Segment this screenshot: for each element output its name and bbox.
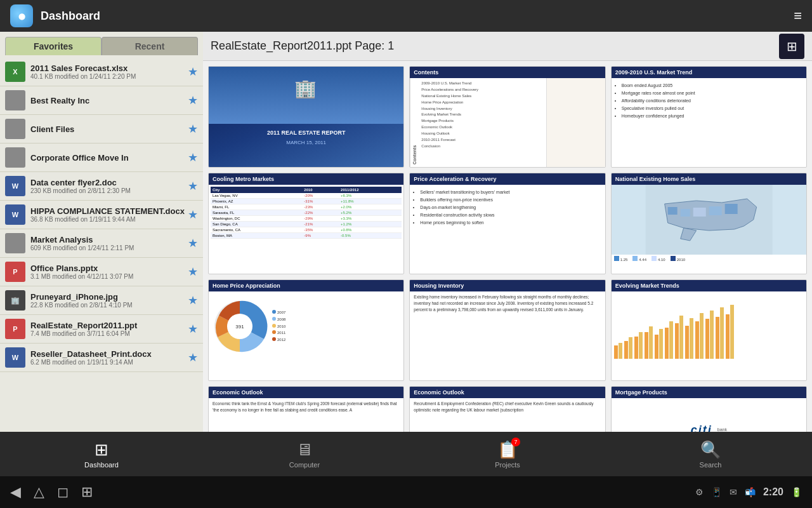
file-type-icon: W xyxy=(5,204,25,225)
grid-button[interactable]: ⊞ xyxy=(81,484,93,500)
sidebar-item[interactable]: 🏢Pruneyard_iPhone.jpg22.8 KB modified on… xyxy=(0,286,203,315)
sidebar: Favorites Recent X2011 Sales Forecast.xl… xyxy=(0,32,203,476)
star-icon[interactable]: ★ xyxy=(188,122,198,136)
topbar: Dashboard ≡ xyxy=(0,0,812,32)
star-icon[interactable]: ★ xyxy=(188,351,198,364)
file-name: Corporate Office Move In xyxy=(30,153,185,163)
svg-rect-4 xyxy=(709,206,721,215)
tab-favorites[interactable]: Favorites xyxy=(5,37,102,55)
svg-rect-3 xyxy=(693,208,705,217)
app-icon xyxy=(10,4,33,27)
nav-item-search[interactable]: 🔍Search xyxy=(609,440,812,469)
slide-thumbnail[interactable]: 2009-2010 U.S. Market Trend Boom ended A… xyxy=(611,66,807,168)
sidebar-item[interactable]: Best Realty Inc★ xyxy=(0,86,203,115)
nav-item-dashboard[interactable]: ⊞Dashboard xyxy=(0,440,203,469)
slide-thumbnail[interactable]: 🏢 2011 REAL ESTATE REPORT MARCH 15, 2011 xyxy=(208,66,404,168)
file-info: Client Files xyxy=(30,124,185,134)
slide-thumbnail[interactable]: Home Price Appreciation 391 2007 2008 xyxy=(208,279,404,381)
recents-button[interactable]: ◻ xyxy=(57,484,69,500)
sys-mail2: 📬 xyxy=(745,487,756,497)
file-type-icon: W xyxy=(5,176,25,196)
sidebar-item[interactable]: Market Analysis609 KB modified on 1/24/1… xyxy=(0,229,203,258)
file-info: RealEstate_Report2011.ppt7.4 MB modified… xyxy=(30,321,185,337)
sidebar-item[interactable]: POffice Plans.pptx3.1 MB modified on 4/1… xyxy=(0,258,203,286)
sidebar-item[interactable]: WReseller_Datasheet_Print.docx6.2 MB mod… xyxy=(0,344,203,372)
svg-rect-1 xyxy=(667,207,677,215)
file-meta: 36.8 KB modified on 1/19/11 9:44 AM xyxy=(30,216,185,223)
file-name: HIPPA COMPLIANCE STATEMENT.docx xyxy=(30,206,185,216)
file-meta: 40.1 KB modified on 1/24/11 2:20 PM xyxy=(30,73,185,80)
sidebar-item[interactable]: Client Files★ xyxy=(0,115,203,144)
star-icon[interactable]: ★ xyxy=(188,236,198,250)
slide-thumbnail[interactable]: Evolving Market Trends xyxy=(611,279,807,381)
sidebar-item[interactable]: WHIPPA COMPLIANCE STATEMENT.docx36.8 KB … xyxy=(0,201,203,229)
file-name: Market Analysis xyxy=(30,235,185,244)
notification-badge: 7 xyxy=(511,438,520,446)
file-meta: 7.4 MB modified on 3/7/11 6:04 PM xyxy=(30,330,185,337)
slide-thumbnail[interactable]: National Existing Home Sales 1.25 4 xyxy=(611,173,807,274)
file-type-icon xyxy=(5,233,25,253)
file-type-icon: W xyxy=(5,347,25,368)
nav-item-projects[interactable]: 7📋Projects xyxy=(406,440,609,469)
system-bar: ◀ △ ◻ ⊞ ⚙ 📱 ✉ 📬 2:20 🔋 xyxy=(0,476,812,508)
nav-icon-search: 🔍 xyxy=(700,440,721,459)
slide-thumbnail[interactable]: Contents Contents 2009-2010 U.S. Market … xyxy=(409,66,605,168)
file-info: Office Plans.pptx3.1 MB modified on 4/12… xyxy=(30,264,185,280)
slide-thumbnail[interactable]: Housing Inventory Existing home inventor… xyxy=(409,279,605,381)
app-title: Dashboard xyxy=(41,10,794,23)
slide-thumbnail[interactable]: Cooling Metro Markets City20102011/2012 … xyxy=(208,173,404,274)
sys-nav-buttons: ◀ △ ◻ ⊞ xyxy=(10,484,93,500)
nav-icon-computer: 🖥 xyxy=(296,440,313,459)
file-meta: 230 KB modified on 2/8/11 2:30 PM xyxy=(30,187,185,194)
sys-battery: 🔋 xyxy=(791,487,802,497)
sidebar-item[interactable]: WData center flyer2.doc230 KB modified o… xyxy=(0,172,203,201)
sys-settings: ⚙ xyxy=(695,487,704,497)
back-button[interactable]: ◀ xyxy=(10,484,21,500)
file-name: Pruneyard_iPhone.jpg xyxy=(30,292,185,302)
sidebar-item[interactable]: PRealEstate_Report2011.ppt7.4 MB modifie… xyxy=(0,315,203,344)
star-icon[interactable]: ★ xyxy=(188,208,198,222)
sidebar-item[interactable]: X2011 Sales Forecast.xlsx40.1 KB modifie… xyxy=(0,58,203,86)
file-name: Office Plans.pptx xyxy=(30,264,185,273)
sidebar-tabs: Favorites Recent xyxy=(0,32,203,55)
nav-item-computer[interactable]: 🖥Computer xyxy=(203,440,406,469)
file-name: Client Files xyxy=(30,124,185,134)
svg-rect-5 xyxy=(724,204,737,214)
file-meta: 6.2 MB modified on 1/19/11 9:14 AM xyxy=(30,359,185,366)
file-type-icon xyxy=(5,147,25,168)
star-icon[interactable]: ★ xyxy=(188,179,198,193)
file-type-icon: P xyxy=(5,319,25,339)
grid-view-button[interactable]: ⊞ xyxy=(779,34,804,59)
slide-thumbnail[interactable]: Price Acceleration & Recovery Sellers' m… xyxy=(409,173,605,274)
file-type-icon xyxy=(5,90,25,110)
sys-time: 2:20 xyxy=(763,486,783,498)
file-info: HIPPA COMPLIANCE STATEMENT.docx36.8 KB m… xyxy=(30,206,185,223)
file-type-icon: P xyxy=(5,262,25,282)
sidebar-item[interactable]: Corporate Office Move In★ xyxy=(0,144,203,172)
file-name: Best Realty Inc xyxy=(30,96,185,105)
star-icon[interactable]: ★ xyxy=(188,150,198,164)
slides-grid: 🏢 2011 REAL ESTATE REPORT MARCH 15, 2011… xyxy=(203,61,812,476)
file-name: 2011 Sales Forecast.xlsx xyxy=(30,64,185,73)
nav-label-computer: Computer xyxy=(289,461,320,469)
star-icon[interactable]: ★ xyxy=(188,293,198,307)
star-icon[interactable]: ★ xyxy=(188,65,198,79)
file-info: Pruneyard_iPhone.jpg22.8 KB modified on … xyxy=(30,292,185,309)
file-meta: 609 KB modified on 1/24/11 2:11 PM xyxy=(30,244,185,251)
file-type-icon xyxy=(5,119,25,139)
content-title: RealEstate_Report2011.ppt Page: 1 xyxy=(211,39,394,53)
bottom-nav: ⊞Dashboard🖥Computer7📋Projects🔍Search xyxy=(0,432,812,476)
home-button[interactable]: △ xyxy=(34,484,44,500)
file-type-icon: 🏢 xyxy=(5,290,25,311)
sys-status-area: ⚙ 📱 ✉ 📬 2:20 🔋 xyxy=(695,486,802,498)
star-icon[interactable]: ★ xyxy=(188,322,198,336)
file-name: RealEstate_Report2011.ppt xyxy=(30,321,185,330)
sidebar-list: X2011 Sales Forecast.xlsx40.1 KB modifie… xyxy=(0,55,203,459)
file-type-icon: X xyxy=(5,62,25,82)
menu-icon[interactable]: ≡ xyxy=(794,8,802,24)
tab-recent[interactable]: Recent xyxy=(102,37,198,55)
nav-label-dashboard: Dashboard xyxy=(84,461,119,469)
star-icon[interactable]: ★ xyxy=(188,265,198,279)
star-icon[interactable]: ★ xyxy=(188,93,198,107)
file-info: Best Realty Inc xyxy=(30,96,185,105)
